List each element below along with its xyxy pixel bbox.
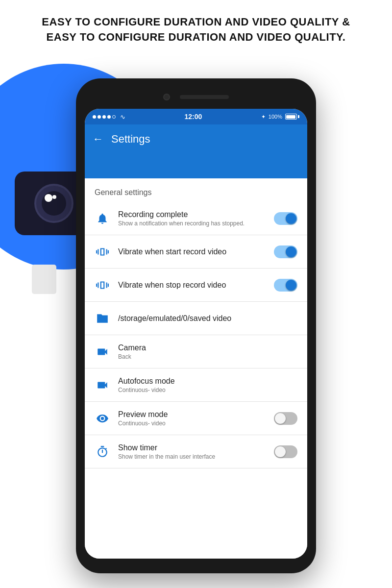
phone-notch — [85, 87, 307, 107]
item-title-0: Recording complete — [118, 210, 266, 219]
item-text-6: Preview modeContinuous- video — [118, 410, 266, 427]
settings-list: Recording completeShow a notification wh… — [85, 202, 307, 468]
vibrate-icon — [95, 279, 110, 292]
settings-item[interactable]: Vibrate when stop record video — [85, 269, 307, 302]
app-bar: ← Settings — [85, 124, 307, 154]
item-text-2: Vibrate when stop record video — [118, 281, 266, 290]
toggle-knob-1 — [286, 246, 296, 257]
phone-screen: ∿ 12:00 ✦ 100% ← Settings — [85, 109, 307, 559]
section-header: General settings — [85, 178, 307, 202]
timer-icon — [95, 445, 110, 458]
status-bar: ∿ 12:00 ✦ 100% — [85, 109, 307, 124]
autofocus-icon — [95, 379, 110, 392]
settings-item[interactable]: CameraBack — [85, 335, 307, 368]
signal-dot-1 — [93, 115, 96, 119]
battery-body — [285, 114, 297, 120]
back-button[interactable]: ← — [93, 133, 103, 146]
item-title-6: Preview mode — [118, 410, 266, 419]
bluetooth-icon: ✦ — [261, 114, 266, 120]
item-subtitle-5: Continuous- video — [118, 387, 297, 393]
signal-dots — [93, 115, 116, 119]
settings-item[interactable]: /storage/emulated/0/saved video — [85, 302, 307, 335]
item-subtitle-6: Continuous- video — [118, 420, 266, 427]
item-title-4: Camera — [118, 343, 297, 352]
item-title-7: Show timer — [118, 443, 266, 452]
battery-tip — [298, 115, 299, 118]
camera-icon — [95, 345, 110, 358]
blue-banner — [85, 154, 307, 178]
signal-dot-5 — [112, 115, 116, 119]
folder-icon — [95, 312, 110, 325]
item-subtitle-7: Show timer in the main user interface — [118, 453, 266, 460]
item-text-3: /storage/emulated/0/saved video — [118, 314, 297, 323]
status-left: ∿ — [93, 113, 125, 121]
phone-frame: ∿ 12:00 ✦ 100% ← Settings — [76, 78, 316, 573]
signal-dot-2 — [98, 115, 101, 119]
toggle-knob-2 — [286, 280, 296, 291]
item-subtitle-4: Back — [118, 353, 297, 360]
toggle-knob-6 — [275, 413, 286, 424]
header-line2: EASY TO CONFIGURE DURATION AND VIDEO QUA… — [29, 30, 363, 45]
settings-item[interactable]: Recording completeShow a notification wh… — [85, 202, 307, 235]
toggle-0[interactable] — [274, 212, 297, 225]
toggle-6[interactable] — [274, 412, 297, 425]
settings-item[interactable]: Show timerShow timer in the main user in… — [85, 435, 307, 468]
eye-icon — [95, 412, 110, 425]
toggle-knob-7 — [275, 446, 286, 457]
speaker — [180, 95, 229, 99]
page-header: EASY TO CONFIGURE DURATION AND VIDEO QUA… — [0, 0, 392, 55]
settings-item[interactable]: Vibrate when start record video — [85, 235, 307, 269]
battery-percent: 100% — [269, 114, 282, 120]
item-subtitle-0: Show a notification when recording has s… — [118, 220, 266, 227]
item-text-1: Vibrate when start record video — [118, 247, 266, 256]
item-title-3: /storage/emulated/0/saved video — [118, 314, 297, 323]
signal-dot-3 — [102, 115, 106, 119]
vibrate-icon — [95, 245, 110, 258]
signal-dot-4 — [107, 115, 111, 119]
phone-mockup: ∿ 12:00 ✦ 100% ← Settings — [76, 78, 316, 573]
toggle-1[interactable] — [274, 245, 297, 258]
status-time: 12:00 — [185, 113, 202, 121]
item-title-1: Vibrate when start record video — [118, 247, 266, 256]
app-bar-title: Settings — [111, 133, 150, 146]
battery-icon — [285, 114, 299, 120]
item-text-7: Show timerShow timer in the main user in… — [118, 443, 266, 460]
item-title-5: Autofocus mode — [118, 377, 297, 386]
item-text-4: CameraBack — [118, 343, 297, 360]
front-camera — [163, 94, 170, 100]
wifi-icon: ∿ — [120, 113, 125, 121]
settings-item[interactable]: Autofocus modeContinuous- video — [85, 368, 307, 402]
item-text-5: Autofocus modeContinuous- video — [118, 377, 297, 393]
item-text-0: Recording completeShow a notification wh… — [118, 210, 266, 227]
header-line1: EASY TO CONFIGURE DURATION AND VIDEO QUA… — [29, 15, 363, 30]
toggle-2[interactable] — [274, 279, 297, 292]
content-area: General settings Recording completeShow … — [85, 178, 307, 559]
item-title-2: Vibrate when stop record video — [118, 281, 266, 290]
bell-icon — [95, 212, 110, 225]
toggle-7[interactable] — [274, 445, 297, 458]
status-right: ✦ 100% — [261, 114, 299, 120]
toggle-knob-0 — [286, 213, 296, 224]
settings-item[interactable]: Preview modeContinuous- video — [85, 402, 307, 435]
battery-fill — [286, 115, 295, 119]
